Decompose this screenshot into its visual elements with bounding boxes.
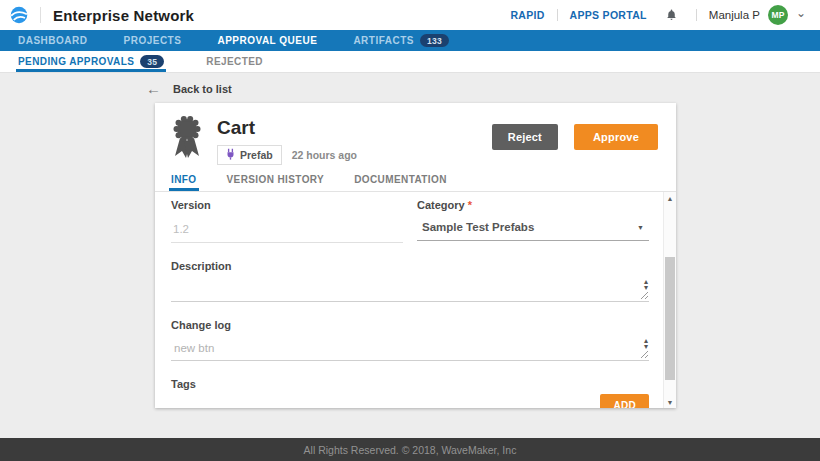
reject-button[interactable]: Reject xyxy=(492,124,558,150)
nav-item-approval-queue[interactable]: APPROVAL QUEUE xyxy=(217,35,317,46)
top-header: Enterprise Network RAPID APPS PORTAL Man… xyxy=(0,0,820,30)
sub-nav: PENDING APPROVALS 35 REJECTED xyxy=(0,51,820,73)
apps-portal-link[interactable]: APPS PORTAL xyxy=(570,9,647,21)
user-avatar: MP xyxy=(768,5,788,25)
artifact-title: Cart xyxy=(217,117,357,139)
card-tabs: INFO VERSION HISTORY DOCUMENTATION xyxy=(155,165,676,192)
title-block: Cart Prefab 22 h xyxy=(217,115,357,165)
scrollbar-down-icon[interactable]: ▼ xyxy=(664,396,676,408)
nav-label: DASHBOARD xyxy=(18,35,88,46)
version-label: Version xyxy=(171,199,403,211)
header-actions: Reject Approve xyxy=(492,124,664,150)
link-divider xyxy=(557,9,558,21)
user-name: Manjula P xyxy=(709,9,760,21)
user-divider xyxy=(696,9,697,21)
version-category-row: Version 1.2 Category* Sample Test Prefab… xyxy=(171,199,649,243)
select-caret-icon: ▼ xyxy=(637,224,644,231)
category-selected-value: Sample Test Prefabs xyxy=(422,221,534,233)
prefab-plug-icon xyxy=(226,148,235,162)
notifications-bell-icon[interactable] xyxy=(665,8,678,22)
award-ribbon-icon xyxy=(169,115,205,165)
category-select[interactable]: Sample Test Prefabs ▼ xyxy=(417,218,649,241)
nav-label: PROJECTS xyxy=(124,35,182,46)
resize-grip-icon[interactable] xyxy=(640,350,649,359)
chevron-down-icon: ⌄ xyxy=(796,9,806,17)
tab-label: PENDING APPROVALS xyxy=(18,56,134,67)
nav-label: APPROVAL QUEUE xyxy=(217,35,317,46)
version-value: 1.2 xyxy=(171,223,403,243)
copyright-text: All Rights Reserved. © 2018, WaveMaker, … xyxy=(304,444,517,456)
wavemaker-logo-icon[interactable] xyxy=(10,6,28,24)
changelog-wrap: new btn ▴▾ xyxy=(171,335,649,361)
scrollbar-thumb[interactable] xyxy=(665,257,675,380)
header-divider xyxy=(40,7,41,23)
content-area: ← Back to list xyxy=(0,73,820,438)
card-header: Cart Prefab 22 h xyxy=(155,103,676,165)
changelog-textarea[interactable]: new btn xyxy=(171,335,649,359)
approve-button[interactable]: Approve xyxy=(574,124,658,150)
required-marker: * xyxy=(468,199,472,211)
description-label: Description xyxy=(171,260,649,272)
tags-label: Tags xyxy=(171,378,649,390)
header-right: RAPID APPS PORTAL Manjula P MP ⌄ xyxy=(510,5,806,25)
card-scrollbar[interactable]: ▲ ▼ xyxy=(663,192,676,408)
prefab-type-chip: Prefab xyxy=(217,145,282,165)
back-arrow-icon: ← xyxy=(146,83,161,95)
changelog-label: Change log xyxy=(171,319,649,331)
tab-version-history[interactable]: VERSION HISTORY xyxy=(227,174,325,191)
description-textarea[interactable] xyxy=(171,276,649,300)
category-label: Category* xyxy=(417,199,649,211)
app-title: Enterprise Network xyxy=(53,7,194,24)
page-footer: All Rights Reserved. © 2018, WaveMaker, … xyxy=(0,438,820,461)
tags-input[interactable] xyxy=(171,396,590,408)
artifacts-count-badge: 133 xyxy=(420,34,449,47)
tags-field-group: Tags ADD prefab × btn × xyxy=(171,378,649,408)
tags-input-row: ADD xyxy=(171,394,649,408)
type-chip-label: Prefab xyxy=(240,149,273,161)
nav-item-artifacts[interactable]: ARTIFACTS 133 xyxy=(353,34,449,47)
tab-rejected[interactable]: REJECTED xyxy=(206,51,263,72)
category-field-group: Category* Sample Test Prefabs ▼ xyxy=(417,199,649,243)
textarea-spinner-icon[interactable]: ▴▾ xyxy=(644,279,648,291)
pending-count-badge: 35 xyxy=(140,55,164,68)
main-nav: DASHBOARD PROJECTS APPROVAL QUEUE ARTIFA… xyxy=(0,30,820,51)
rapid-link[interactable]: RAPID xyxy=(510,9,544,21)
nav-item-projects[interactable]: PROJECTS xyxy=(124,35,182,46)
back-link-label: Back to list xyxy=(173,83,232,95)
resize-grip-icon[interactable] xyxy=(640,291,649,300)
category-label-text: Category xyxy=(417,199,465,211)
timestamp: 22 hours ago xyxy=(292,149,357,161)
scrollbar-up-icon[interactable]: ▲ xyxy=(664,192,676,204)
textarea-spinner-icon[interactable]: ▴▾ xyxy=(644,338,648,350)
tab-documentation[interactable]: DOCUMENTATION xyxy=(354,174,447,191)
changelog-field-group: Change log new btn ▴▾ xyxy=(171,319,649,361)
meta-row: Prefab 22 hours ago xyxy=(217,145,357,165)
tab-pending-approvals[interactable]: PENDING APPROVALS 35 xyxy=(18,51,164,72)
approval-detail-card: Cart Prefab 22 h xyxy=(155,103,676,408)
user-menu[interactable]: Manjula P MP ⌄ xyxy=(709,5,806,25)
nav-item-dashboard[interactable]: DASHBOARD xyxy=(18,35,88,46)
version-field-group: Version 1.2 xyxy=(171,199,403,243)
description-wrap: ▴▾ xyxy=(171,276,649,302)
tab-label: REJECTED xyxy=(206,56,263,67)
app-window: Enterprise Network RAPID APPS PORTAL Man… xyxy=(0,0,820,461)
nav-label: ARTIFACTS xyxy=(353,35,414,46)
back-to-list-link[interactable]: ← Back to list xyxy=(146,83,232,95)
tab-info[interactable]: INFO xyxy=(171,174,197,191)
description-field-group: Description ▴▾ xyxy=(171,260,649,302)
add-tag-button[interactable]: ADD xyxy=(600,394,649,408)
info-form: Version 1.2 Category* Sample Test Prefab… xyxy=(155,192,676,408)
